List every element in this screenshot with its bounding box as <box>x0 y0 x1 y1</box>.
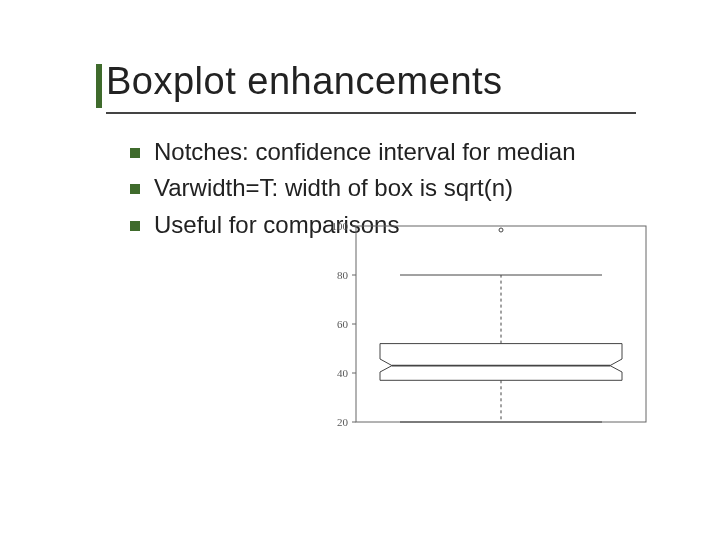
boxplot-figure: 20 40 60 80 100 <box>310 218 658 438</box>
square-bullet-icon <box>130 184 140 194</box>
list-item: Notches: confidence interval for median <box>130 136 670 168</box>
title-container: Boxplot enhancements <box>106 60 503 103</box>
title-underline <box>106 112 636 114</box>
slide: Boxplot enhancements Notches: confidence… <box>0 0 720 540</box>
box <box>380 344 622 381</box>
ytick-label: 60 <box>337 318 349 330</box>
list-item: Varwidth=T: width of box is sqrt(n) <box>130 172 670 204</box>
list-item-text: Varwidth=T: width of box is sqrt(n) <box>154 172 513 204</box>
ytick-label: 40 <box>337 367 349 379</box>
outlier-point <box>499 228 503 232</box>
square-bullet-icon <box>130 148 140 158</box>
whiskers <box>400 275 602 422</box>
square-bullet-icon <box>130 221 140 231</box>
ytick-label: 100 <box>332 220 349 232</box>
ytick-label: 20 <box>337 416 349 428</box>
title-accent-bar <box>96 64 102 108</box>
ytick-label: 80 <box>337 269 349 281</box>
slide-title: Boxplot enhancements <box>106 60 503 103</box>
list-item-text: Notches: confidence interval for median <box>154 136 576 168</box>
y-axis-ticks: 20 40 60 80 100 <box>332 220 357 428</box>
